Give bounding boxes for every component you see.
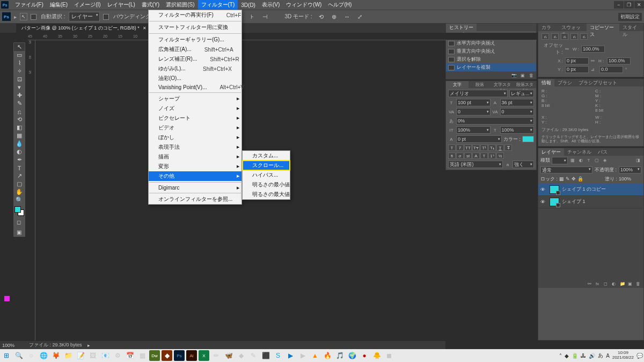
clone-source-1[interactable]: ⎌ [541,33,549,40]
app-icon-3[interactable]: ◆ [236,350,246,361]
zoom-level[interactable]: 100% [2,343,24,348]
dreamweaver-icon[interactable]: Dw [149,350,160,361]
menu-view[interactable]: 表示(V) [259,0,283,10]
leading-input[interactable]: 36 pt [500,99,535,106]
filter-gallery[interactable]: フィルターギャラリー(G)... [149,35,241,45]
lasso-tool[interactable]: ⌇ [14,59,25,67]
other-scroll[interactable]: スクロール... [243,161,290,170]
music-icon[interactable]: 🎵 [334,350,345,361]
blur-tool[interactable]: 💧 [14,140,25,148]
menu-select[interactable]: 選択範囲(S) [163,0,197,10]
opacity-input[interactable]: 100% [619,166,641,173]
ot-alt[interactable]: A [472,153,480,159]
maximize-button[interactable]: ❐ [624,1,634,9]
history-tab[interactable]: ヒストリー [446,24,477,31]
filter-pixel-icon[interactable]: ▦ [569,157,576,164]
type-tool[interactable]: T [14,164,25,172]
allcaps-toggle[interactable]: TT [464,144,472,151]
clone-source-5[interactable]: ⎌ [580,33,588,40]
strikethrough-toggle[interactable]: T̶ [504,144,512,151]
chrome-icon[interactable]: 🌐 [38,350,49,361]
filter-distort[interactable]: 変形 [149,162,241,171]
ot-ordn[interactable]: 1ˢ [488,153,496,159]
brush-tool[interactable]: ✎ [14,99,25,107]
filter-smart-icon[interactable]: ◈ [602,157,608,164]
settings-icon[interactable]: ⚙ [112,350,123,361]
color-swatches[interactable] [13,206,25,216]
angle-input[interactable]: 0.0 [599,66,623,73]
styles-tab[interactable]: スタイル [619,24,643,31]
app-icon-2[interactable]: ✏ [211,350,222,361]
app-icon-5[interactable]: 🔥 [322,350,333,361]
menu-edit[interactable]: 編集(E) [47,0,71,10]
link-layers-icon[interactable]: ⚯ [588,281,593,287]
subscript-toggle[interactable]: T₁ [488,144,496,151]
lock-all-icon[interactable]: 🔒 [577,176,583,182]
start-button[interactable]: ⊞ [1,350,12,361]
filter-noise[interactable]: ノイズ [149,104,241,113]
notepad-icon[interactable]: 📝 [75,350,86,361]
layer-item[interactable]: 👁 シェイプ 1 [538,196,643,208]
visibility-toggle-icon[interactable]: 👁 [540,199,547,205]
brush-presets-tab[interactable]: ブラシプリセット [575,79,620,86]
filter-render[interactable]: 表現手法 [149,142,241,152]
info-tab[interactable]: 情報 [538,79,554,86]
visibility-toggle-icon[interactable]: 👁 [540,187,547,192]
filter-toggle[interactable]: ◨ [635,157,641,164]
align-right-icon[interactable]: ⊣ [260,13,270,21]
new-layer-icon[interactable]: ▣ [628,281,633,287]
group-icon[interactable]: 📁 [620,281,625,287]
font-size-input[interactable]: 100 pt [456,99,491,106]
align-hcenter-icon[interactable]: ⊦ [247,13,258,21]
history-item[interactable]: 選択を解除 [446,55,536,63]
char-tab[interactable]: 文字 [446,81,469,88]
ot-st[interactable]: st [464,153,472,159]
filter-adjust-icon[interactable]: ◐ [577,157,584,164]
filter-browse-online[interactable]: オンラインフィルターを参照... [149,194,241,204]
history-item[interactable]: 垂直方向中央揃え [446,47,536,55]
photoshop-taskbar-icon[interactable]: Ps [174,350,185,361]
other-minimum[interactable]: 明るさの最小値... [243,180,290,190]
calendar-icon[interactable]: 📅 [125,350,135,361]
document-tab[interactable]: パターン画像 @ 100% (シェイプ 1 のコピー, RGB/8) * ✕ [16,24,152,33]
x-input[interactable]: 0 px [565,57,589,64]
record-icon[interactable]: ● [359,350,370,361]
baseline-input[interactable]: 0 pt [456,135,502,143]
explorer-icon[interactable]: 📁 [63,350,74,361]
filter-lens-correction[interactable]: レンズ補正(R)...Shift+Ctrl+R [149,54,241,64]
close-document-icon[interactable]: ✕ [143,26,147,31]
app-icon[interactable]: ▦ [137,350,148,361]
link-icon[interactable]: ⚯ [565,47,570,52]
bold-toggle[interactable]: T [448,144,456,151]
filter-other[interactable]: その他 [149,171,241,181]
tool-preset-icon[interactable]: Ps [2,12,11,21]
italic-toggle[interactable]: T [456,144,464,151]
layer-filter-dropdown[interactable] [552,157,568,164]
crop-tool[interactable]: ⊡ [14,75,25,83]
firefox-icon[interactable]: 🦊 [50,350,61,361]
new-doc-from-state-icon[interactable]: ▣ [520,73,525,78]
status-chevron-icon[interactable]: ▸ [87,343,90,348]
history-item[interactable]: 水平方向中央揃え [446,39,536,47]
smallcaps-toggle[interactable]: Tᴛ [472,144,480,151]
layer-thumbnail[interactable] [550,185,559,194]
copy-source-tab[interactable]: コピーソース [587,24,619,31]
clone-source-3[interactable]: ⎌ [561,33,568,40]
vlc-icon[interactable]: ▲ [310,350,320,361]
y-input[interactable]: 0 px [565,66,589,73]
app-icon-6[interactable]: 🐥 [371,350,382,361]
char-styles-tab[interactable]: 文字スタイル [491,81,514,88]
bounding-box-checkbox[interactable] [103,14,109,20]
filter-sketch[interactable]: 描画 [149,152,241,162]
h-input[interactable]: 100.0% [607,57,631,64]
dodge-tool[interactable]: ◐ [14,148,25,156]
notifications-icon[interactable]: 💬 [636,353,643,359]
illustrator-icon[interactable]: Ai [186,350,197,361]
zoom-tool[interactable]: 🔍 [14,196,25,204]
menu-window[interactable]: ウィンドウ(W) [283,0,325,10]
kerning-input[interactable]: 0 [456,108,491,115]
ot-swash[interactable]: σ [456,153,464,159]
para-styles-tab[interactable]: 段落スタイル [514,81,536,88]
dark-app-icon[interactable]: ◼ [384,350,394,361]
eyedropper-tool[interactable]: ▾ [14,83,25,91]
